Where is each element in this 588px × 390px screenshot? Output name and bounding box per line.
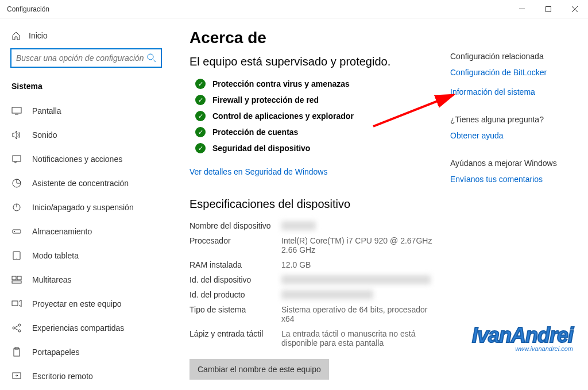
maximize-button[interactable] [535, 0, 562, 18]
spec-label: Id. del dispositivo [189, 275, 281, 284]
svg-point-10 [17, 258, 17, 259]
sidebar-item-multitask[interactable]: Multitareas [0, 268, 172, 292]
protection-item: ✓ Protección de cuentas [189, 127, 433, 137]
svg-rect-18 [14, 349, 20, 356]
sidebar-section-header: Sistema [0, 78, 172, 99]
bitlocker-link[interactable]: Configuración de BitLocker [450, 68, 571, 77]
sidebar-item-notificaciones[interactable]: Notificaciones y acciones [0, 147, 172, 171]
sidebar-item-shared[interactable]: Experiencias compartidas [0, 316, 172, 340]
protection-label: Firewall y protección de red [212, 95, 319, 105]
svg-point-15 [13, 327, 15, 329]
sidebar-item-label: Sonido [32, 130, 57, 140]
shared-icon [11, 323, 22, 333]
spec-label: RAM instalada [189, 260, 281, 269]
close-button[interactable] [562, 0, 588, 18]
check-icon: ✓ [195, 143, 206, 153]
svg-point-16 [18, 324, 21, 326]
svg-point-8 [14, 231, 15, 232]
svg-rect-12 [17, 276, 21, 280]
multitask-icon [11, 275, 22, 285]
specs-heading: Especificaciones del dispositivo [189, 198, 433, 211]
notifications-icon [11, 154, 22, 164]
spec-label: Id. del producto [189, 290, 281, 299]
check-icon: ✓ [195, 79, 206, 89]
svg-point-17 [18, 330, 21, 332]
spec-value: La entrada táctil o manuscrita no está d… [281, 329, 433, 347]
svg-rect-14 [12, 301, 18, 306]
tablet-icon [11, 250, 22, 261]
sidebar-item-label: Inicio/apagado y suspensión [32, 203, 134, 212]
spec-value: 12.0 GB [281, 260, 311, 269]
display-icon [11, 106, 22, 116]
sidebar-item-label: Proyectar en este equipo [32, 299, 122, 308]
spec-row-device-id: Id. del dispositivo [189, 275, 433, 284]
page-title: Acerca de [189, 29, 433, 47]
spec-row-device-name: Nombre del dispositivo [189, 221, 433, 230]
sidebar-item-sonido[interactable]: Sonido [0, 123, 172, 147]
spec-value-blurred [281, 290, 373, 299]
protection-heading: El equipo está supervisado y protegido. [189, 55, 433, 68]
spec-row-processor: Procesador Intel(R) Core(TM) i7 CPU 920 … [189, 236, 433, 254]
sidebar: Inicio Sistema Pantalla Sonido Notificac… [0, 18, 172, 390]
sidebar-item-storage[interactable]: Almacenamiento [0, 219, 172, 244]
related-heading: ¿Tienes alguna pregunta? [450, 115, 571, 124]
system-info-link[interactable]: Información del sistema [450, 87, 571, 96]
search-box[interactable] [10, 48, 162, 68]
watermark: IvanAndrei www.ivanandrei.com [472, 323, 573, 352]
storage-icon [11, 226, 22, 237]
sidebar-item-tablet[interactable]: Modo tableta [0, 244, 172, 268]
minimize-button[interactable] [509, 0, 535, 18]
sidebar-item-label: Modo tableta [32, 251, 79, 260]
watermark-text: IvanAndrei [472, 323, 573, 347]
sidebar-item-label: Almacenamiento [32, 227, 92, 236]
focus-icon [11, 178, 22, 188]
svg-point-2 [148, 54, 153, 60]
sidebar-item-clipboard[interactable]: Portapapeles [0, 340, 172, 364]
protection-label: Control de aplicaciones y explorador [212, 111, 354, 121]
sidebar-item-remote[interactable]: Escritorio remoto [0, 364, 172, 388]
sidebar-item-project[interactable]: Proyectar en este equipo [0, 292, 172, 316]
svg-rect-3 [12, 107, 21, 113]
check-icon: ✓ [195, 127, 206, 137]
security-details-link[interactable]: Ver detalles en Seguridad de Windows [189, 167, 327, 176]
spec-value: Intel(R) Core(TM) i7 CPU 920 @ 2.67GHz 2… [281, 236, 433, 254]
spec-label: Lápiz y entrada táctil [189, 329, 281, 347]
sidebar-item-label: Pantalla [32, 106, 61, 115]
protection-label: Protección de cuentas [212, 128, 298, 137]
sidebar-item-label: Experiencias compartidas [32, 323, 124, 333]
sidebar-item-power[interactable]: Inicio/apagado y suspensión [0, 195, 172, 219]
related-heading: Ayúdanos a mejorar Windows [450, 159, 571, 168]
svg-rect-11 [12, 276, 16, 280]
get-help-link[interactable]: Obtener ayuda [450, 131, 571, 140]
window-title: Configuración [7, 5, 509, 13]
home-link[interactable]: Inicio [0, 29, 172, 48]
protection-item: ✓ Protección contra virus y amenazas [189, 79, 433, 89]
project-icon [11, 299, 22, 309]
search-input[interactable] [16, 53, 147, 63]
spec-label: Nombre del dispositivo [189, 221, 281, 230]
spec-row-product-id: Id. del producto [189, 290, 433, 299]
sidebar-item-pantalla[interactable]: Pantalla [0, 99, 172, 123]
home-icon [11, 31, 21, 40]
titlebar: Configuración [0, 0, 588, 18]
spec-value-blurred [281, 221, 316, 230]
window-controls [509, 0, 588, 18]
sound-icon [11, 130, 22, 140]
remote-icon [11, 371, 22, 381]
power-icon [11, 202, 22, 213]
spec-row-pen: Lápiz y entrada táctil La entrada táctil… [189, 329, 433, 347]
spec-row-system-type: Tipo de sistema Sistema operativo de 64 … [189, 305, 433, 323]
sidebar-item-concentracion[interactable]: Asistente de concentración [0, 171, 172, 195]
check-icon: ✓ [195, 95, 206, 105]
sidebar-item-label: Asistente de concentración [32, 179, 129, 188]
spec-value-blurred [281, 275, 431, 284]
search-icon [147, 53, 156, 63]
sidebar-item-label: Multitareas [32, 275, 71, 284]
rename-pc-button[interactable]: Cambiar el nombre de este equipo [189, 359, 329, 380]
protection-item: ✓ Firewall y protección de red [189, 95, 433, 105]
feedback-link[interactable]: Envíanos tus comentarios [450, 175, 571, 184]
svg-rect-4 [13, 156, 21, 161]
svg-rect-0 [519, 9, 525, 9]
related-heading: Configuración relacionada [450, 52, 571, 61]
protection-item: ✓ Seguridad del dispositivo [189, 143, 433, 153]
